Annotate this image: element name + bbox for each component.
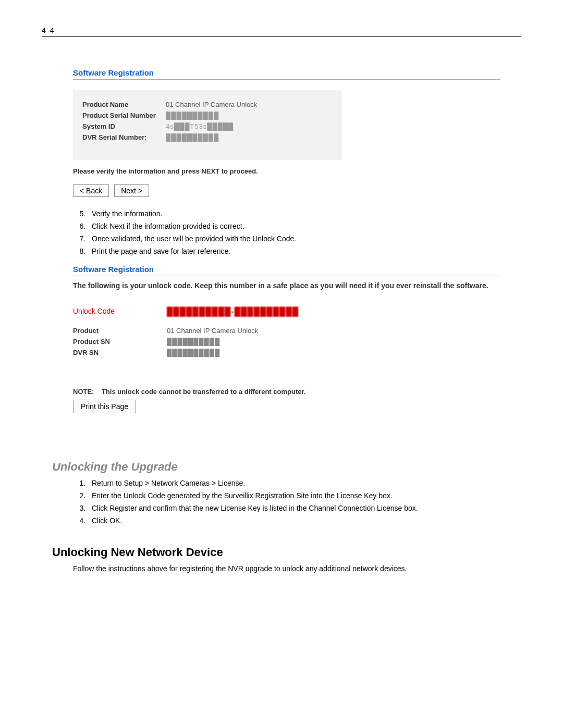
result-value: ██████████ xyxy=(167,349,220,356)
info-label: DVR Serial Number: xyxy=(82,133,166,141)
info-value: 01 Channel IP Camera Unlock xyxy=(166,101,257,108)
step-item: Click Register and confirm that the new … xyxy=(88,504,500,512)
unlock-code-label: Unlock Code xyxy=(73,307,167,316)
software-registration-panel-2: Software Registration The following is y… xyxy=(73,265,500,439)
steps-list-1: Verify the information. Click Next if th… xyxy=(73,209,500,255)
unlock-intro-text: The following is your unlock code. Keep … xyxy=(73,280,500,291)
info-label: Product Serial Number xyxy=(82,112,166,119)
result-label: Product xyxy=(73,327,167,335)
info-label: System ID xyxy=(82,122,166,130)
step-item: Print the page and save for later refere… xyxy=(88,247,500,255)
step-item: Once validated, the user will be provide… xyxy=(88,235,500,243)
steps-list-2: Return to Setup > Network Cameras > Lice… xyxy=(73,479,500,525)
info-row-product-name: Product Name 01 Channel IP Camera Unlock xyxy=(82,101,333,108)
result-label: Product SN xyxy=(73,338,167,346)
page-number: 4 4 xyxy=(42,26,521,37)
step-item: Click OK. xyxy=(88,516,500,525)
result-row-dvr-sn: DVR SN ██████████ xyxy=(73,349,500,356)
product-info-box: Product Name 01 Channel IP Camera Unlock… xyxy=(73,90,342,160)
step-item: Return to Setup > Network Cameras > Lice… xyxy=(88,479,500,487)
note-label: NOTE: xyxy=(73,388,94,396)
result-value: ██████████ xyxy=(167,338,220,346)
unlock-code-row: Unlock Code ██████████-██████████ xyxy=(73,307,500,316)
section-body-text: Follow the instructions above for regist… xyxy=(73,564,500,573)
section-heading-unlocking-upgrade: Unlocking the Upgrade xyxy=(52,460,500,474)
info-value: ██████████ xyxy=(166,112,219,119)
info-value: 4s███T53s█████ xyxy=(166,122,234,130)
step-item: Verify the information. xyxy=(88,209,500,218)
info-value: ██████████ xyxy=(166,133,219,141)
back-button[interactable]: < Back xyxy=(73,184,109,197)
step-item: Enter the Unlock Code generated by the S… xyxy=(88,491,500,500)
panel-header: Software Registration xyxy=(73,265,500,276)
print-page-button[interactable]: Print this Page xyxy=(73,400,136,413)
result-label: DVR SN xyxy=(73,349,167,356)
note-line: NOTE: This unlock code cannot be transfe… xyxy=(73,388,500,396)
info-row-dvr-serial: DVR Serial Number: ██████████ xyxy=(82,133,333,141)
unlock-code-value: ██████████-██████████ xyxy=(167,307,299,316)
software-registration-panel-1: Software Registration Product Name 01 Ch… xyxy=(73,68,500,197)
step-item: Click Next if the information provided i… xyxy=(88,222,500,230)
next-button[interactable]: Next > xyxy=(114,184,149,197)
panel-header: Software Registration xyxy=(73,68,500,80)
section-heading-unlocking-new-device: Unlocking New Network Device xyxy=(52,546,500,559)
result-row-product: Product 01 Channel IP Camera Unlock xyxy=(73,327,500,335)
info-label: Product Name xyxy=(82,101,166,108)
note-text: This unlock code cannot be transferred t… xyxy=(102,388,306,396)
info-row-product-serial: Product Serial Number ██████████ xyxy=(82,112,333,119)
result-row-product-sn: Product SN ██████████ xyxy=(73,338,500,346)
info-row-system-id: System ID 4s███T53s█████ xyxy=(82,122,333,130)
verify-instruction: Please verify the information and press … xyxy=(73,167,500,175)
result-value: 01 Channel IP Camera Unlock xyxy=(167,327,258,335)
